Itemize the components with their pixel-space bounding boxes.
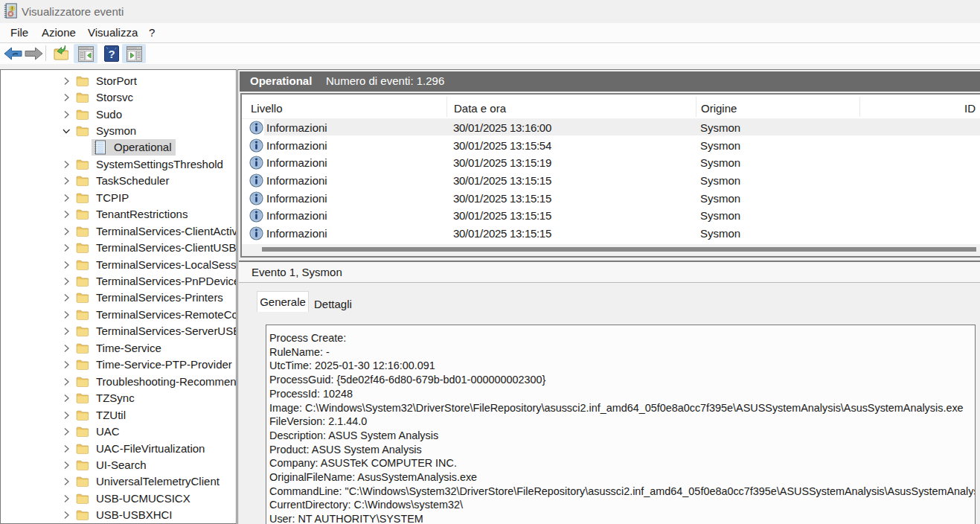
- svg-text:?: ?: [108, 48, 115, 60]
